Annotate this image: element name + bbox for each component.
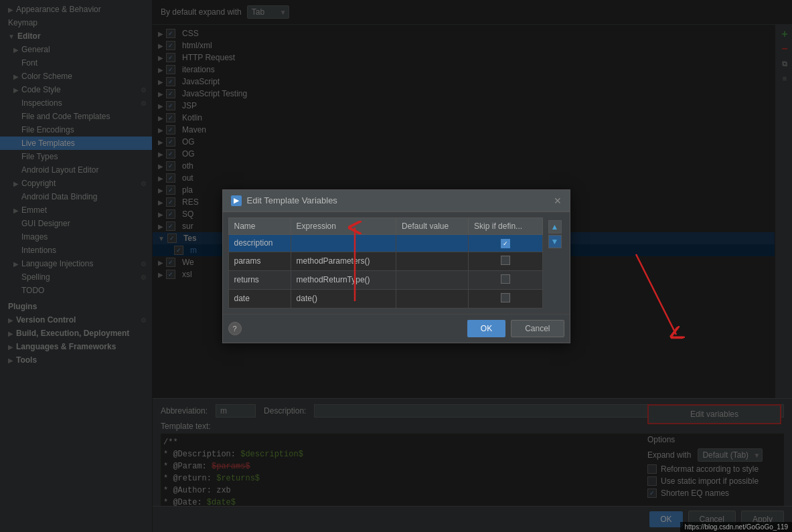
dialog-title-bar: ▶ Edit Template Variables ✕ [223,190,570,212]
cell-name: returns [228,270,291,289]
dialog-icon: ▶ [231,195,242,206]
cell-skip: ✓ [469,234,542,252]
dialog-action-buttons: OK Cancel [467,320,564,337]
url-watermark: https://blog.csdn.net/GoGoGo_119 [680,522,792,532]
col-header-name: Name [228,217,291,234]
cell-skip [469,252,542,270]
skip-checkbox[interactable] [501,293,510,302]
col-header-expression: Expression [291,217,396,234]
dialog-title-content: ▶ Edit Template Variables [231,195,337,206]
table-row[interactable]: description ✓ [228,234,542,252]
dialog-ok-button[interactable]: OK [467,320,505,337]
col-header-default: Default value [396,217,469,234]
skip-checkbox[interactable]: ✓ [501,239,510,248]
move-down-button[interactable]: ▼ [548,235,562,248]
nav-buttons: ▲ ▼ [546,217,564,308]
table-row[interactable]: date date() [228,289,542,308]
skip-checkbox[interactable] [501,256,510,265]
dialog-title-text: Edit Template Variables [247,195,337,205]
dialog-cancel-button[interactable]: Cancel [511,320,564,337]
dialog-overlay: ▶ Edit Template Variables ✕ Name Express… [0,0,792,532]
table-row[interactable]: params methodParameters() [228,252,542,270]
dialog-body: Name Expression Default value Skip if de… [223,212,570,314]
cell-name: date [228,289,291,308]
cell-expression [291,234,396,252]
variables-table: Name Expression Default value Skip if de… [228,217,543,308]
cell-default [396,289,469,308]
cell-name: description [228,234,291,252]
table-row[interactable]: returns methodReturnType() [228,270,542,289]
help-button[interactable]: ? [228,322,242,335]
cell-skip [469,289,542,308]
table-with-nav: Name Expression Default value Skip if de… [228,217,564,308]
move-up-button[interactable]: ▲ [548,220,562,234]
cell-default [396,234,469,252]
cell-expression: date() [291,289,396,308]
cell-default [396,252,469,270]
col-header-skip: Skip if defin... [469,217,542,234]
dialog-footer: ? OK Cancel [223,314,570,343]
cell-expression: methodParameters() [291,252,396,270]
cell-skip [469,270,542,289]
edit-template-variables-dialog: ▶ Edit Template Variables ✕ Name Express… [222,189,570,343]
cell-default [396,270,469,289]
close-button[interactable]: ✕ [554,195,562,206]
cell-name: params [228,252,291,270]
cell-expression: methodReturnType() [291,270,396,289]
skip-checkbox[interactable] [501,274,510,284]
